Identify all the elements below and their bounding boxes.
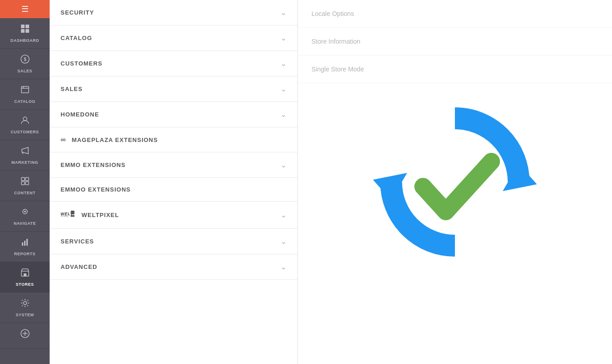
- menu-item-security[interactable]: SECURITY ⌄: [50, 0, 297, 25]
- svg-rect-1: [26, 25, 29, 28]
- sidebar-item-reports[interactable]: REPORTS: [0, 232, 50, 262]
- svg-rect-2: [21, 29, 25, 33]
- svg-point-22: [23, 302, 26, 305]
- emmo-chevron: ⌄: [280, 161, 286, 169]
- sidebar-item-label-reports: REPORTS: [14, 252, 36, 256]
- svg-rect-17: [22, 243, 23, 246]
- sidebar-item-label-sales: SALES: [17, 69, 32, 73]
- menu-item-sales[interactable]: SALES ⌄: [50, 76, 297, 102]
- menu-item-services[interactable]: SERVICES ⌄: [50, 229, 297, 254]
- navigate-icon: [20, 207, 30, 219]
- weltpixel-label: welt pixel WELTPIXEL: [61, 210, 119, 220]
- svg-rect-11: [21, 177, 25, 181]
- menu-item-customers[interactable]: CUSTOMERS ⌄: [50, 51, 297, 76]
- marketing-icon: [20, 146, 30, 158]
- sidebar-item-sales[interactable]: $ SALES: [0, 49, 50, 79]
- svg-point-16: [24, 211, 26, 212]
- sidebar-item-label-system: SYSTEM: [15, 313, 34, 317]
- svg-rect-18: [24, 241, 26, 246]
- menu-item-mageplaza[interactable]: ∞ MAGEPLAZA EXTENSIONS: [50, 127, 297, 152]
- menu-item-emmoo[interactable]: EMMOO EXTENSIONS: [50, 178, 297, 202]
- menu-item-emmo[interactable]: EMMO EXTENSIONS ⌄: [50, 152, 297, 178]
- catalog-icon: [20, 85, 30, 97]
- svg-rect-19: [26, 239, 28, 246]
- svg-point-9: [23, 117, 27, 121]
- svg-rect-28: [71, 211, 74, 214]
- sales-label: SALES: [61, 86, 82, 92]
- config-menu: SECURITY ⌄ CATALOG ⌄ CUSTOMERS ⌄ SALES ⌄…: [50, 0, 298, 364]
- find-icon: [20, 329, 30, 341]
- emmoo-label: EMMOO EXTENSIONS: [61, 186, 131, 193]
- sidebar-top: ☰: [0, 0, 50, 18]
- sidebar-item-label-dashboard: DASHBOARD: [10, 38, 39, 43]
- svg-rect-12: [26, 177, 29, 181]
- svg-rect-13: [21, 182, 25, 185]
- sidebar-item-customers[interactable]: CUSTOMERS: [0, 110, 50, 140]
- sidebar-item-navigate[interactable]: NAVIGATE: [0, 201, 50, 232]
- loading-overlay: [298, 0, 612, 364]
- emmo-label: EMMO EXTENSIONS: [61, 162, 126, 168]
- security-label: SECURITY: [61, 9, 94, 16]
- svg-rect-30: [72, 215, 74, 217]
- mageplaza-label: ∞ MAGEPLAZA EXTENSIONS: [61, 136, 158, 144]
- customers-chevron: ⌄: [280, 59, 286, 68]
- reports-icon: [20, 237, 30, 250]
- svg-rect-0: [21, 25, 25, 28]
- svg-rect-3: [26, 29, 29, 33]
- customers-icon: [20, 115, 30, 128]
- sidebar-item-system[interactable]: SYSTEM: [0, 293, 50, 323]
- sidebar-item-label-catalog: CATALOG: [14, 99, 36, 104]
- mageplaza-icon: ∞: [61, 136, 66, 144]
- sidebar-item-stores[interactable]: STORES: [0, 262, 50, 293]
- sidebar-item-marketing[interactable]: MARKETING: [0, 140, 50, 171]
- advanced-label: ADVANCED: [61, 263, 97, 270]
- sidebar-item-catalog[interactable]: CATALOG: [0, 79, 50, 110]
- system-icon: [20, 298, 30, 311]
- svg-rect-29: [71, 215, 72, 217]
- catalog-label: CATALOG: [61, 35, 92, 41]
- svg-rect-6: [21, 86, 29, 93]
- security-chevron: ⌄: [280, 8, 286, 17]
- homedone-label: HOMEDONE: [61, 111, 99, 118]
- sync-icon: [368, 96, 541, 268]
- advanced-chevron: ⌄: [280, 263, 286, 271]
- svg-rect-14: [26, 182, 29, 185]
- menu-toggle-icon[interactable]: ☰: [21, 4, 29, 14]
- sidebar-item-label-customers: CUSTOMERS: [11, 130, 39, 134]
- sidebar: ☰ DASHBOARD $ SALES: [0, 0, 50, 364]
- dashboard-icon: [20, 24, 30, 36]
- stores-icon: [20, 268, 30, 280]
- sidebar-item-find[interactable]: [0, 323, 50, 349]
- customers-label: CUSTOMERS: [61, 60, 102, 67]
- svg-text:pixel: pixel: [61, 215, 69, 217]
- sales-chevron: ⌄: [280, 85, 286, 93]
- menu-item-homedone[interactable]: HOMEDONE ⌄: [50, 102, 297, 127]
- sidebar-item-dashboard[interactable]: DASHBOARD: [0, 18, 50, 49]
- sales-icon: $: [20, 54, 30, 67]
- menu-item-weltpixel[interactable]: welt pixel WELTPIXEL ⌄: [50, 202, 297, 229]
- sidebar-item-content[interactable]: CONTENT: [0, 171, 50, 201]
- svg-rect-21: [24, 273, 26, 276]
- content-icon: [20, 176, 30, 189]
- services-label: SERVICES: [61, 238, 94, 245]
- homedone-chevron: ⌄: [280, 110, 286, 119]
- menu-item-advanced[interactable]: ADVANCED ⌄: [50, 254, 297, 280]
- sidebar-item-label-marketing: MARKETING: [11, 160, 38, 165]
- svg-text:$: $: [24, 57, 26, 62]
- catalog-chevron: ⌄: [280, 34, 286, 42]
- weltpixel-chevron: ⌄: [280, 211, 286, 219]
- sidebar-item-label-navigate: NAVIGATE: [14, 221, 36, 226]
- services-chevron: ⌄: [280, 237, 286, 246]
- menu-item-catalog[interactable]: CATALOG ⌄: [50, 25, 297, 51]
- weltpixel-logo-icon: welt pixel: [61, 210, 75, 220]
- sidebar-item-label-stores: STORES: [16, 282, 34, 287]
- sidebar-item-label-content: CONTENT: [14, 191, 36, 195]
- right-panel: Locale Options Store Information Single …: [298, 0, 612, 364]
